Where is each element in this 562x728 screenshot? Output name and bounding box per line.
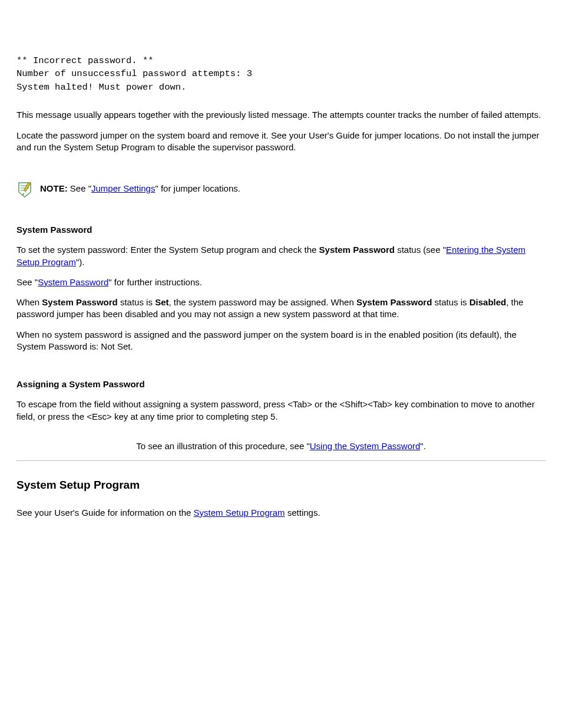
centered-illustration-note: To see an illustration of this procedure…	[16, 440, 546, 452]
p3-b1: System Password	[319, 245, 395, 255]
section-divider	[16, 460, 546, 461]
p3-t2: status (see "	[395, 245, 446, 255]
document-page: ** Incorrect password. ** Number of unsu…	[0, 0, 562, 551]
ctr-t1: To see an illustration of this procedure…	[136, 441, 310, 451]
p4-t2: " for further instructions.	[108, 277, 202, 287]
paragraph-users-guide: See your User's Guide for information on…	[16, 507, 546, 519]
paragraph-escape-instruction: To escape from the field without assigni…	[16, 398, 546, 423]
ctr-t2: ".	[420, 441, 426, 451]
jumper-settings-link[interactable]: Jumper Settings	[91, 183, 155, 193]
system-password-link-1[interactable]: System Password	[38, 277, 108, 287]
note-block: NOTE: See "Jumper Settings" for jumper l…	[16, 179, 546, 198]
console-line-1: ** Incorrect password. **	[16, 55, 154, 66]
p5-t1: status is	[118, 297, 155, 307]
note-text: NOTE: See "Jumper Settings" for jumper l…	[40, 179, 546, 195]
paragraph-see-system-password: See "System Password" for further instru…	[16, 276, 546, 288]
lp-t2: settings.	[285, 508, 320, 518]
paragraph-failed-attempts: This message usually appears together wi…	[16, 109, 546, 121]
paragraph-no-password-assigned: When no system password is assigned and …	[16, 329, 546, 353]
note-before-link: See "	[68, 183, 91, 193]
p5-t0: When	[16, 297, 42, 307]
p5-b1: System Password	[42, 297, 117, 307]
console-line-3: System halted! Must power down.	[16, 82, 186, 93]
p5-b3: System Password	[356, 297, 432, 307]
paragraph-set-password: To set the system password: Enter the Sy…	[16, 244, 546, 268]
system-setup-program-link[interactable]: System Setup Program	[194, 508, 285, 518]
note-icon	[16, 180, 34, 198]
note-after-link: " for jumper locations.	[155, 183, 240, 193]
note-bold-label: NOTE:	[40, 183, 68, 193]
using-system-password-link[interactable]: Using the System Password	[310, 441, 421, 451]
lp-t1: See your User's Guide for information on…	[16, 508, 194, 518]
console-line-2: Number of unsuccessful password attempts…	[16, 68, 252, 79]
p5-b4: Disabled	[470, 297, 507, 307]
p4-t1: See "	[16, 277, 38, 287]
p5-t2: , the system password may be assigned. W…	[168, 297, 356, 307]
p3-t3: ").	[76, 257, 85, 267]
paragraph-jumper-instruction: Locate the password jumper on the system…	[16, 130, 546, 154]
heading-setup-program: System Setup Program	[16, 477, 546, 493]
paragraph-status-explanation: When System Password status is Set, the …	[16, 297, 546, 321]
p5-t3: status is	[432, 297, 469, 307]
console-output: ** Incorrect password. ** Number of unsu…	[16, 54, 546, 94]
p3-t1: To set the system password: Enter the Sy…	[16, 245, 319, 255]
p5-b2: Set	[155, 297, 168, 307]
heading-assigning-password: Assigning a System Password	[16, 378, 546, 390]
heading-system-password: System Password	[16, 224, 546, 236]
